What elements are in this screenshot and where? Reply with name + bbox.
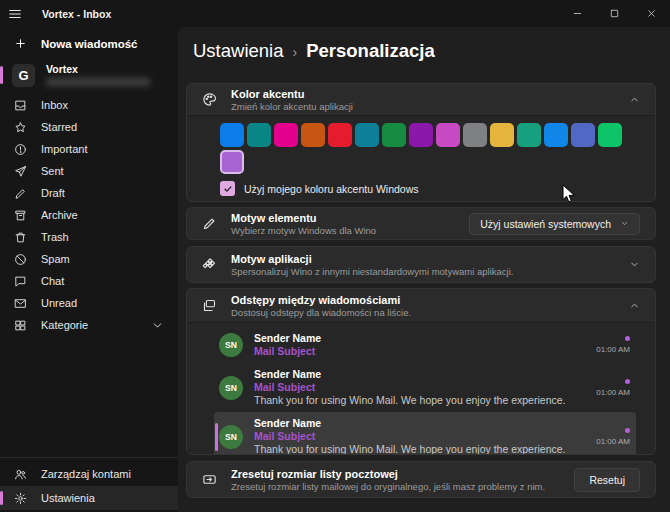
close-icon	[646, 8, 657, 19]
use-windows-accent-checkbox[interactable]	[220, 181, 235, 196]
accent-color-card-header[interactable]: Kolor akcentu Zmień kolor akcentu aplika…	[187, 84, 655, 115]
titlebar: Vortex - Inbox	[0, 0, 670, 27]
color-swatch-7[interactable]	[409, 123, 433, 147]
color-swatch-4[interactable]	[328, 123, 352, 147]
element-theme-dropdown[interactable]: Użyj ustawień systemowych	[469, 213, 640, 235]
mail-preview-text: Thank you for using Wino Mail. We hope y…	[254, 394, 585, 407]
selection-accent-bar	[0, 491, 3, 505]
important-icon	[14, 143, 27, 156]
breadcrumb-root[interactable]: Ustawienia	[193, 40, 284, 62]
mail-preview-item-0[interactable]: SNSender NameMail Subject01:00 AM	[214, 327, 636, 363]
sidebar-item-sent[interactable]: Sent	[0, 160, 178, 182]
breadcrumb-separator: ›	[293, 44, 298, 60]
star-icon	[14, 121, 27, 134]
color-swatch-0[interactable]	[220, 123, 244, 147]
color-swatch-3[interactable]	[301, 123, 325, 147]
chevron-up-icon[interactable]	[629, 94, 640, 105]
menu-icon	[8, 7, 22, 21]
maximize-button[interactable]	[596, 0, 633, 27]
reset-list-size-card: Zresetuj rozmiar listy pocztowej Zresetu…	[186, 461, 656, 498]
element-theme-card-header: Motyw elementu Wybierz motyw Windows dla…	[187, 208, 655, 239]
close-button[interactable]	[633, 0, 670, 27]
mail-sender: Sender Name	[254, 332, 585, 345]
chevron-down-icon[interactable]	[629, 259, 640, 270]
color-swatch-2[interactable]	[274, 123, 298, 147]
element-theme-subtitle: Wybierz motyw Windows dla Wino	[231, 225, 376, 236]
account-email-blurred	[46, 78, 150, 86]
color-swatch-11[interactable]	[517, 123, 541, 147]
sidebar-item-trash[interactable]: Trash	[0, 226, 178, 248]
sidebar-item-unread[interactable]: Unread	[0, 292, 178, 314]
sidebar-item-important[interactable]: Important	[0, 138, 178, 160]
inbox-icon	[14, 99, 27, 112]
sidebar-item-archive[interactable]: Archive	[0, 204, 178, 226]
mouse-cursor	[562, 184, 576, 204]
app-theme-card-header[interactable]: Motyw aplikacji Spersonalizuj Wino z inn…	[187, 247, 655, 282]
color-swatch-selected[interactable]	[220, 150, 244, 174]
mail-preview-item-1[interactable]: SNSender NameMail SubjectThank you for u…	[214, 363, 636, 412]
element-theme-title: Motyw elementu	[231, 212, 376, 224]
breadcrumb: Ustawienia › Personalizacja	[193, 40, 435, 62]
sidebar-item-spam[interactable]: Spam	[0, 248, 178, 270]
accent-card-subtitle: Zmień kolor akcentu aplikacji	[231, 101, 353, 112]
sidebar-item-draft[interactable]: Draft	[0, 182, 178, 204]
checkmark-icon	[223, 184, 233, 194]
palette-icon	[202, 92, 217, 107]
mail-preview-item-2[interactable]: SNSender NameMail SubjectThank you for u…	[214, 412, 636, 455]
reset-card-header: Zresetuj rozmiar listy pocztowej Zresetu…	[187, 462, 655, 497]
account-item[interactable]: G Vortex	[0, 59, 178, 91]
mail-time: 01:00 AM	[596, 345, 630, 354]
use-windows-accent-row: Użyj mojego koloru akcentu Windows	[220, 181, 655, 196]
avatar: SN	[219, 376, 243, 400]
mail-sender: Sender Name	[254, 417, 585, 430]
theme-icon	[202, 257, 217, 272]
reset-button[interactable]: Resetuj	[574, 468, 640, 492]
chevron-up-icon[interactable]	[629, 300, 640, 311]
sidebar-folder-list: InboxStarredImportantSentDraftArchiveTra…	[0, 94, 178, 336]
sidebar-item-kategorie[interactable]: Kategorie	[0, 314, 178, 336]
sidebar-item-chat[interactable]: Chat	[0, 270, 178, 292]
window-title: Vortex - Inbox	[42, 8, 111, 20]
accent-color-card: Kolor akcentu Zmień kolor akcentu aplika…	[186, 83, 656, 202]
spacing-icon	[202, 298, 217, 313]
hamburger-menu-button[interactable]	[0, 0, 30, 27]
selected-mail-accent-bar	[215, 423, 218, 451]
account-avatar: G	[12, 64, 35, 87]
spacing-title: Odstępy między wiadomościami	[231, 294, 411, 306]
sidebar-item-ustawienia[interactable]: Ustawienia	[0, 486, 178, 510]
mail-preview-list: SNSender NameMail Subject01:00 AMSNSende…	[187, 322, 655, 454]
app-theme-card: Motyw aplikacji Spersonalizuj Wino z inn…	[186, 246, 656, 283]
account-name: Vortex	[46, 64, 150, 75]
mail-subject: Mail Subject	[254, 345, 585, 358]
color-swatch-14[interactable]	[598, 123, 622, 147]
color-swatch-5[interactable]	[355, 123, 379, 147]
trash-icon	[14, 231, 27, 244]
unread-dot	[625, 379, 630, 384]
chevron-down-icon	[620, 219, 629, 228]
message-spacing-card-header[interactable]: Odstępy między wiadomościami Dostosuj od…	[187, 289, 655, 322]
sidebar-item-zarządzaj-kontami[interactable]: Zarządzaj kontami	[0, 462, 178, 486]
mail-preview-text: Thank you for using Wino Mail. We hope y…	[254, 443, 585, 455]
sidebar-item-starred[interactable]: Starred	[0, 116, 178, 138]
color-swatch-13[interactable]	[571, 123, 595, 147]
chat-icon	[14, 275, 27, 288]
new-message-label: Nowa wiadomość	[41, 38, 138, 50]
window-controls	[559, 0, 670, 27]
reset-title: Zresetuj rozmiar listy pocztowej	[231, 468, 545, 480]
reset-subtitle: Zresetuj rozmiar listy mailowej do orygi…	[231, 481, 545, 492]
color-swatch-9[interactable]	[463, 123, 487, 147]
color-swatch-10[interactable]	[490, 123, 514, 147]
color-swatch-1[interactable]	[247, 123, 271, 147]
page-title: Personalizacja	[306, 40, 435, 62]
sidebar-item-inbox[interactable]: Inbox	[0, 94, 178, 116]
mail-sender: Sender Name	[254, 368, 585, 381]
mail-time: 01:00 AM	[596, 437, 630, 446]
minimize-button[interactable]	[559, 0, 596, 27]
new-message-button[interactable]: Nowa wiadomość	[0, 27, 178, 56]
color-swatch-6[interactable]	[382, 123, 406, 147]
message-spacing-card: Odstępy między wiadomościami Dostosuj od…	[186, 288, 656, 455]
color-swatch-12[interactable]	[544, 123, 568, 147]
use-windows-accent-label: Użyj mojego koloru akcentu Windows	[244, 183, 419, 195]
color-swatch-8[interactable]	[436, 123, 460, 147]
resize-icon	[202, 472, 217, 487]
